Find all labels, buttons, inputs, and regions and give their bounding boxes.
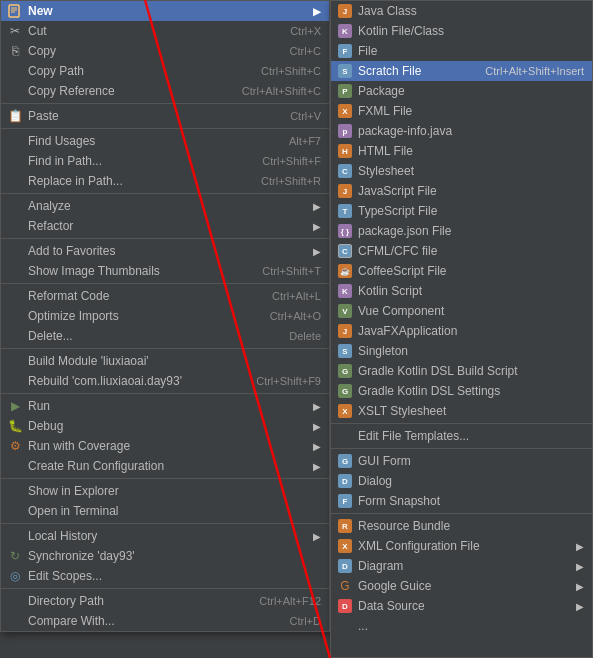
menu-show-explorer[interactable]: Show in Explorer xyxy=(1,481,329,501)
menu-rebuild[interactable]: Rebuild 'com.liuxiaoai.day93' Ctrl+Shift… xyxy=(1,371,329,391)
right-data-source[interactable]: D Data Source ▶ xyxy=(331,596,592,616)
directory-shortcut: Ctrl+Alt+F12 xyxy=(259,595,321,607)
vue-label: Vue Component xyxy=(358,304,584,318)
menu-paste[interactable]: 📋 Paste Ctrl+V xyxy=(1,106,329,126)
menu-reformat-code[interactable]: Reformat Code Ctrl+Alt+L xyxy=(1,286,329,306)
menu-run[interactable]: ▶ Run ▶ xyxy=(1,396,329,416)
menu-build-module[interactable]: Build Module 'liuxiaoai' xyxy=(1,351,329,371)
right-scratch-file[interactable]: S Scratch File Ctrl+Alt+Shift+Insert xyxy=(331,61,592,81)
right-json[interactable]: { } package.json File xyxy=(331,221,592,241)
menu-refactor[interactable]: Refactor ▶ xyxy=(1,216,329,236)
add-favorites-icon xyxy=(7,243,23,259)
right-resource-bundle[interactable]: R Resource Bundle xyxy=(331,516,592,536)
menu-optimize-imports[interactable]: Optimize Imports Ctrl+Alt+O xyxy=(1,306,329,326)
right-kotlin-script[interactable]: K Kotlin Script xyxy=(331,281,592,301)
guice-arrow: ▶ xyxy=(576,581,584,592)
right-fxml[interactable]: X FXML File xyxy=(331,101,592,121)
debug-icon: 🐛 xyxy=(7,418,23,434)
coverage-icon: ⚙ xyxy=(7,438,23,454)
coffeescript-label: CoffeeScript File xyxy=(358,264,584,278)
menu-delete[interactable]: Delete... Delete xyxy=(1,326,329,346)
reformat-shortcut: Ctrl+Alt+L xyxy=(272,290,321,302)
menu-compare-with[interactable]: Compare With... Ctrl+D xyxy=(1,611,329,631)
right-package-info[interactable]: p package-info.java xyxy=(331,121,592,141)
form-snapshot-label: Form Snapshot xyxy=(358,494,584,508)
menu-find-in-path[interactable]: Find in Path... Ctrl+Shift+F xyxy=(1,151,329,171)
right-file[interactable]: F File xyxy=(331,41,592,61)
right-kotlin-file[interactable]: K Kotlin File/Class xyxy=(331,21,592,41)
right-xslt[interactable]: X XSLT Stylesheet xyxy=(331,401,592,421)
diagram-icon: D xyxy=(337,558,353,574)
right-coffeescript[interactable]: ☕ CoffeeScript File xyxy=(331,261,592,281)
right-google-guice[interactable]: G Google Guice ▶ xyxy=(331,576,592,596)
right-javafx[interactable]: J JavaFXApplication xyxy=(331,321,592,341)
menu-copy-path[interactable]: Copy Path Ctrl+Shift+C xyxy=(1,61,329,81)
refactor-label: Refactor xyxy=(28,219,309,233)
menu-open-terminal[interactable]: Open in Terminal xyxy=(1,501,329,521)
right-sep-1 xyxy=(331,423,592,424)
package-info-label: package-info.java xyxy=(358,124,584,138)
menu-debug[interactable]: 🐛 Debug ▶ xyxy=(1,416,329,436)
menu-directory-path[interactable]: Directory Path Ctrl+Alt+F12 xyxy=(1,591,329,611)
menu-edit-scopes[interactable]: ◎ Edit Scopes... xyxy=(1,566,329,586)
menu-create-run[interactable]: Create Run Configuration ▶ xyxy=(1,456,329,476)
synchronize-label: Synchronize 'day93' xyxy=(28,549,321,563)
javascript-label: JavaScript File xyxy=(358,184,584,198)
right-gradle-settings[interactable]: G Gradle Kotlin DSL Settings xyxy=(331,381,592,401)
coverage-label: Run with Coverage xyxy=(28,439,309,453)
menu-local-history[interactable]: Local History ▶ xyxy=(1,526,329,546)
right-stylesheet[interactable]: C Stylesheet xyxy=(331,161,592,181)
debug-arrow: ▶ xyxy=(313,421,321,432)
fxml-icon: X xyxy=(337,103,353,119)
svg-rect-1 xyxy=(9,5,19,17)
menu-find-usages[interactable]: Find Usages Alt+F7 xyxy=(1,131,329,151)
right-dialog[interactable]: D Dialog xyxy=(331,471,592,491)
scratch-file-shortcut: Ctrl+Alt+Shift+Insert xyxy=(485,65,584,77)
java-class-label: Java Class xyxy=(358,4,584,18)
delete-icon xyxy=(7,328,23,344)
right-html[interactable]: H HTML File xyxy=(331,141,592,161)
copy-path-shortcut: Ctrl+Shift+C xyxy=(261,65,321,77)
menu-analyze[interactable]: Analyze ▶ xyxy=(1,196,329,216)
right-vue[interactable]: V Vue Component xyxy=(331,301,592,321)
data-source-arrow: ▶ xyxy=(576,601,584,612)
menu-show-thumbnails[interactable]: Show Image Thumbnails Ctrl+Shift+T xyxy=(1,261,329,281)
resource-bundle-icon: R xyxy=(337,518,353,534)
right-xml-config[interactable]: X XML Configuration File ▶ xyxy=(331,536,592,556)
right-gradle-build[interactable]: G Gradle Kotlin DSL Build Script xyxy=(331,361,592,381)
find-usages-label: Find Usages xyxy=(28,134,269,148)
json-label: package.json File xyxy=(358,224,584,238)
copy-icon: ⎘ xyxy=(7,43,23,59)
menu-copy[interactable]: ⎘ Copy Ctrl+C xyxy=(1,41,329,61)
menu-cut[interactable]: ✂ Cut Ctrl+X xyxy=(1,21,329,41)
gradle-build-label: Gradle Kotlin DSL Build Script xyxy=(358,364,584,378)
thumbnails-icon xyxy=(7,263,23,279)
right-sep-2 xyxy=(331,448,592,449)
right-javascript[interactable]: J JavaScript File xyxy=(331,181,592,201)
right-cfml[interactable]: C CFML/CFC file xyxy=(331,241,592,261)
right-diagram[interactable]: D Diagram ▶ xyxy=(331,556,592,576)
right-java-class[interactable]: J Java Class xyxy=(331,1,592,21)
menu-header-new[interactable]: New ▶ xyxy=(1,1,329,21)
gui-form-label: GUI Form xyxy=(358,454,584,468)
menu-synchronize[interactable]: ↻ Synchronize 'day93' xyxy=(1,546,329,566)
directory-path-label: Directory Path xyxy=(28,594,239,608)
menu-run-coverage[interactable]: ⚙ Run with Coverage ▶ xyxy=(1,436,329,456)
menu-replace-in-path[interactable]: Replace in Path... Ctrl+Shift+R xyxy=(1,171,329,191)
paste-shortcut: Ctrl+V xyxy=(290,110,321,122)
vue-icon: V xyxy=(337,303,353,319)
right-typescript[interactable]: T TypeScript File xyxy=(331,201,592,221)
right-more[interactable]: ... xyxy=(331,616,592,636)
right-package[interactable]: P Package xyxy=(331,81,592,101)
right-form-snapshot[interactable]: F Form Snapshot xyxy=(331,491,592,511)
menu-add-to-favorites[interactable]: Add to Favorites ▶ xyxy=(1,241,329,261)
menu-copy-reference[interactable]: Copy Reference Ctrl+Alt+Shift+C xyxy=(1,81,329,101)
right-gui-form[interactable]: G GUI Form xyxy=(331,451,592,471)
run-icon: ▶ xyxy=(7,398,23,414)
refactor-icon xyxy=(7,218,23,234)
rebuild-icon xyxy=(7,373,23,389)
debug-label: Debug xyxy=(28,419,309,433)
right-edit-templates[interactable]: Edit File Templates... xyxy=(331,426,592,446)
compare-shortcut: Ctrl+D xyxy=(290,615,321,627)
right-singleton[interactable]: S Singleton xyxy=(331,341,592,361)
